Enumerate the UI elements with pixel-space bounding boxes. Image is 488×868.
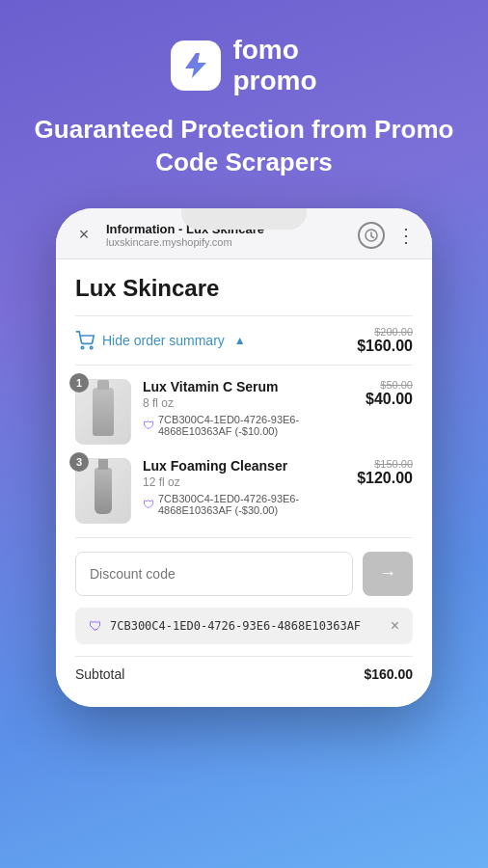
browser-menu-icon[interactable]: ⋮ — [396, 224, 417, 247]
arrow-right-icon: → — [379, 563, 396, 583]
coupon-shield-icon: 🛡 — [89, 618, 102, 634]
promo-code-2: 7CB300C4-1ED0-4726-93E6-4868E10363AF (-$… — [158, 493, 345, 516]
order-summary-price: $200.00 $160.00 — [357, 326, 413, 355]
product-image-wrapper-1: 1 — [75, 379, 131, 445]
phone-notch — [181, 208, 307, 230]
discount-apply-button[interactable]: → — [363, 552, 413, 596]
product-current-price-1: $40.00 — [366, 391, 413, 408]
product-original-price-2: $150.00 — [357, 458, 413, 470]
product-promo-1: 🛡 7CB300C4-1ED0-4726-93E6-4868E10363AF (… — [143, 414, 354, 437]
order-summary-toggle[interactable]: Hide order summary ▲ — [75, 331, 246, 350]
discount-code-input[interactable] — [75, 552, 353, 596]
product-bottle-icon — [93, 388, 114, 436]
svg-point-3 — [90, 346, 93, 349]
store-name: Lux Skincare — [75, 275, 413, 302]
product-image-wrapper-2: 3 — [75, 458, 131, 524]
order-summary-row: Hide order summary ▲ $200.00 $160.00 — [75, 315, 413, 366]
product-item-2: 3 Lux Foaming Cleanser 12 fl oz 🛡 7CB300… — [75, 458, 413, 524]
original-price: $200.00 — [357, 326, 413, 338]
order-summary-label: Hide order summary — [102, 333, 225, 348]
subtotal-label: Subtotal — [75, 666, 124, 682]
cart-icon — [75, 331, 95, 350]
browser-url: luxskincare.myshopify.com — [106, 236, 264, 248]
chevron-up-icon: ▲ — [234, 334, 246, 347]
discount-input-row: → — [75, 552, 413, 596]
coupon-tag: 🛡 7CB300C4-1ED0-4726-93E6-4868E10363AF × — [75, 608, 413, 644]
product-qty-2: 3 — [69, 452, 89, 472]
shield-icon-2: 🛡 — [143, 498, 154, 511]
subtotal-row: Subtotal $160.00 — [75, 656, 413, 692]
product-price-2: $150.00 $120.00 — [357, 458, 413, 487]
coupon-code-text: 7CB300C4-1ED0-4726-93E6-4868E10363AF — [110, 619, 383, 633]
svg-marker-0 — [185, 53, 206, 78]
browser-timer-icon[interactable] — [358, 222, 385, 249]
logo-text: fomo promo — [232, 35, 316, 96]
product-size-2: 12 fl oz — [143, 475, 345, 489]
browser-right: ⋮ — [358, 222, 417, 249]
product-qty-1: 1 — [69, 373, 89, 393]
browser-close-button[interactable]: × — [71, 223, 96, 248]
subtotal-amount: $160.00 — [364, 666, 413, 682]
product-item-1: 1 Lux Vitamin C Serum 8 fl oz 🛡 7CB300C4… — [75, 379, 413, 445]
product-promo-2: 🛡 7CB300C4-1ED0-4726-93E6-4868E10363AF (… — [143, 493, 345, 516]
product-size-1: 8 fl oz — [143, 396, 354, 410]
product-info-2: Lux Foaming Cleanser 12 fl oz 🛡 7CB300C4… — [143, 458, 345, 516]
current-price: $160.00 — [357, 338, 413, 355]
page-content: Lux Skincare Hide order summary ▲ $200.0… — [56, 259, 432, 707]
tagline: Guaranteed Protection from Promo Code Sc… — [0, 114, 488, 179]
product-name-1: Lux Vitamin C Serum — [143, 379, 354, 394]
product-tube-icon — [95, 468, 112, 514]
product-current-price-2: $120.00 — [357, 470, 413, 487]
phone-mockup: × Information - Lux Skincare luxskincare… — [56, 208, 432, 707]
logo-area: fomo promo — [171, 35, 316, 96]
logo-icon — [171, 41, 221, 91]
product-original-price-1: $50.00 — [366, 379, 413, 391]
shield-icon-1: 🛡 — [143, 419, 154, 432]
product-price-1: $50.00 $40.00 — [366, 379, 413, 408]
coupon-remove-button[interactable]: × — [391, 617, 399, 635]
product-info-1: Lux Vitamin C Serum 8 fl oz 🛡 7CB300C4-1… — [143, 379, 354, 437]
product-name-2: Lux Foaming Cleanser — [143, 458, 345, 474]
svg-point-2 — [81, 346, 84, 349]
promo-code-1: 7CB300C4-1ED0-4726-93E6-4868E10363AF (-$… — [158, 414, 354, 437]
discount-section: → 🛡 7CB300C4-1ED0-4726-93E6-4868E10363AF… — [75, 537, 413, 692]
